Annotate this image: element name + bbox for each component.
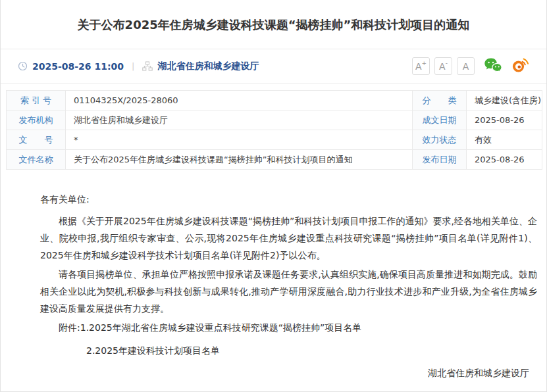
table-row: 文件名称 关于公布2025年住房城乡建设科技课题“揭榜挂帅”和科技计划项目的通知… xyxy=(7,150,542,170)
attachments-label: 附件: xyxy=(59,322,80,333)
validity-label: 效力状态 xyxy=(413,130,467,150)
index-number-label: 索 引 号 xyxy=(7,91,66,110)
publish-time: 2025-08-26 11:00 xyxy=(32,61,124,72)
document-meta-table: 索 引 号 01104325X/2025-28060 分 类 城乡建设(含住房)… xyxy=(6,90,542,170)
body-paragraph: 根据《关于开展2025年住房城乡建设科技课题“揭榜挂帅”和科技计划项目申报工作的… xyxy=(40,212,537,264)
salutation: 各有关单位: xyxy=(40,191,537,208)
body-paragraph: 请各项目揭榜单位、承担单位严格按照申报承诺及课题任务要求,认真组织实施,确保项目… xyxy=(40,266,537,317)
meta-info: 2025-08-26 11:00 | 湖北省住房和城乡建设厅 xyxy=(18,61,407,72)
document-page: 关于公布2025年住房城乡建设科技课题“揭榜挂帅”和科技计划项目的通知 2025… xyxy=(0,0,547,392)
weibo-share-icon xyxy=(511,57,529,75)
weibo-share-button[interactable] xyxy=(511,57,529,75)
attachment-item: 2.2025年建设科技计划项目名单 xyxy=(40,342,537,359)
font-decrease-button[interactable]: A- xyxy=(434,57,452,75)
title-section: 关于公布2025年住房城乡建设科技课题“揭榜挂帅”和科技计划项目的通知 xyxy=(1,0,546,49)
publish-date-value: 2025-08-26 xyxy=(467,150,542,170)
doc-name-value: 关于公布2025年住房城乡建设科技课题“揭榜挂帅”和科技计划项目的通知 xyxy=(66,150,413,170)
document-body: 各有关单位: 根据《关于开展2025年住房城乡建设科技课题“揭榜挂帅”和科技计划… xyxy=(1,170,546,392)
written-date-value: 2025-08-26 xyxy=(467,110,542,130)
publish-date-label: 发布日期 xyxy=(413,150,467,170)
issuing-agency-label: 发布机构 xyxy=(7,110,66,130)
validity-value: 有效 xyxy=(467,130,542,150)
source-org-link[interactable]: 湖北省住房和城乡建设厅 xyxy=(157,61,259,72)
attachment-line: 附件:1.2025年湖北省住房城乡建设重点科技研究课题“揭榜挂帅”项目名单 xyxy=(40,319,537,336)
doc-name-label: 文件名称 xyxy=(7,150,66,170)
wechat-share-button[interactable] xyxy=(484,57,502,75)
index-number-value: 01104325X/2025-28060 xyxy=(66,91,413,110)
page-title: 关于公布2025年住房城乡建设科技课题“揭榜挂帅”和科技计划项目的通知 xyxy=(27,16,520,34)
issuing-agency-value: 湖北省住房和城乡建设厅 xyxy=(66,110,413,130)
category-label: 分 类 xyxy=(413,91,467,110)
table-row: 发布机构 湖北省住房和城乡建设厅 成文日期 2025-08-26 xyxy=(7,110,542,130)
signature-org: 湖北省住房和城乡建设厅 xyxy=(40,364,529,381)
signature-block: 湖北省住房和城乡建设厅 2025年8月26日 xyxy=(40,364,537,392)
clock-icon xyxy=(18,61,28,71)
table-row: 文 号 * 效力状态 有效 xyxy=(7,130,542,150)
meta-separator: | xyxy=(132,61,134,71)
written-date-label: 成文日期 xyxy=(413,110,467,130)
font-increase-mark: + xyxy=(422,61,427,66)
font-decrease-label: A xyxy=(439,62,446,71)
font-increase-button[interactable]: A+ xyxy=(412,57,430,75)
font-reset-label: A xyxy=(463,62,469,71)
signature-date: 2025年8月26日 xyxy=(40,389,529,392)
table-row: 索 引 号 01104325X/2025-28060 分 类 城乡建设(含住房) xyxy=(7,91,542,110)
font-reset-button[interactable]: A xyxy=(457,57,475,75)
meta-actions: A+ A- A xyxy=(407,57,529,75)
wechat-share-icon xyxy=(484,57,502,75)
font-increase-label: A xyxy=(415,62,422,71)
attachment-item: 1.2025年湖北省住房城乡建设重点科技研究课题“揭榜挂帅”项目名单 xyxy=(80,322,362,333)
doc-number-value: * xyxy=(66,130,413,150)
doc-number-label: 文 号 xyxy=(7,130,66,150)
attachments-block: 附件:1.2025年湖北省住房城乡建设重点科技研究课题“揭榜挂帅”项目名单 2.… xyxy=(40,319,537,359)
org-chart-icon xyxy=(142,61,153,71)
meta-bar: 2025-08-26 11:00 | 湖北省住房和城乡建设厅 A+ A- A xyxy=(1,49,546,84)
font-decrease-mark: - xyxy=(446,61,448,66)
category-value: 城乡建设(含住房) xyxy=(467,91,542,110)
